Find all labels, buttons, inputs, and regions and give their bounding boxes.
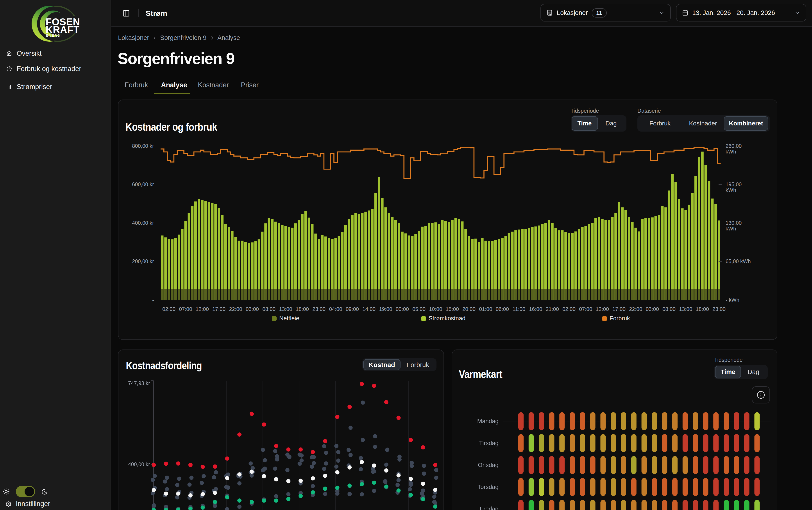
svg-text:08:00: 08:00 (262, 306, 276, 312)
svg-text:21:00: 21:00 (546, 306, 559, 312)
svg-text:Strømkostnad: Strømkostnad (429, 315, 465, 322)
svg-text:15:00: 15:00 (446, 306, 459, 312)
svg-text:04:00: 04:00 (329, 306, 342, 312)
svg-text:400,00 kr: 400,00 kr (132, 220, 154, 226)
svg-text:18:00: 18:00 (696, 306, 709, 312)
svg-text:23:00: 23:00 (713, 306, 726, 312)
svg-text:10:00: 10:00 (429, 306, 442, 312)
svg-text:22:00: 22:00 (229, 306, 242, 312)
svg-text:22:00: 22:00 (629, 306, 642, 312)
svg-text:12:00: 12:00 (196, 306, 209, 312)
svg-text:16:00: 16:00 (529, 306, 542, 312)
svg-text:Fredag: Fredag (480, 506, 498, 510)
svg-text:17:00: 17:00 (212, 306, 226, 312)
svg-text:17:00: 17:00 (612, 306, 626, 312)
svg-text:07:00: 07:00 (579, 306, 592, 312)
svg-text:02:00: 02:00 (562, 306, 576, 312)
svg-text:03:00: 03:00 (246, 306, 259, 312)
svg-text:-: - (152, 297, 154, 303)
svg-text:Forbruk: Forbruk (610, 315, 630, 322)
svg-text:06:00: 06:00 (496, 306, 509, 312)
svg-text:800,00 kr: 800,00 kr (132, 143, 154, 149)
svg-text:600,00 kr: 600,00 kr (132, 181, 154, 187)
svg-text:400,00 kr: 400,00 kr (128, 461, 150, 467)
svg-text:23:00: 23:00 (312, 306, 325, 312)
svg-text:13:00: 13:00 (279, 306, 292, 312)
svg-text:195,00: 195,00 (726, 181, 742, 187)
svg-text:200,00 kr: 200,00 kr (132, 258, 154, 264)
svg-text:02:00: 02:00 (162, 306, 175, 312)
svg-text:13:00: 13:00 (679, 306, 692, 312)
svg-text:kWh: kWh (726, 148, 736, 154)
svg-text:130,00: 130,00 (726, 220, 742, 226)
svg-text:65,00 kWh: 65,00 kWh (726, 258, 751, 264)
svg-text:Torsdag: Torsdag (477, 484, 498, 490)
svg-text:08:00: 08:00 (662, 306, 675, 312)
svg-text:00:00: 00:00 (396, 306, 409, 312)
svg-text:01:00: 01:00 (479, 306, 492, 312)
svg-text:14:00: 14:00 (362, 306, 376, 312)
svg-text:05:00: 05:00 (412, 306, 426, 312)
svg-text:12:00: 12:00 (596, 306, 609, 312)
svg-text:Onsdag: Onsdag (477, 462, 498, 468)
svg-text:ENERGI: ENERGI (46, 34, 62, 37)
svg-text:Mandag: Mandag (477, 418, 498, 424)
svg-text:- kWh: - kWh (726, 297, 740, 303)
svg-text:18:00: 18:00 (296, 306, 309, 312)
svg-text:kWh: kWh (726, 226, 736, 231)
svg-text:260,00: 260,00 (726, 143, 742, 149)
svg-text:Tirsdag: Tirsdag (479, 440, 498, 446)
svg-text:09:00: 09:00 (346, 306, 359, 312)
svg-text:03:00: 03:00 (646, 306, 659, 312)
svg-text:19:00: 19:00 (379, 306, 392, 312)
svg-text:747,93 kr: 747,93 kr (128, 380, 150, 386)
svg-text:kWh: kWh (726, 187, 736, 193)
svg-text:07:00: 07:00 (179, 306, 192, 312)
svg-text:Nettleie: Nettleie (279, 315, 299, 322)
svg-text:20:00: 20:00 (462, 306, 475, 312)
svg-text:11:00: 11:00 (513, 306, 525, 312)
